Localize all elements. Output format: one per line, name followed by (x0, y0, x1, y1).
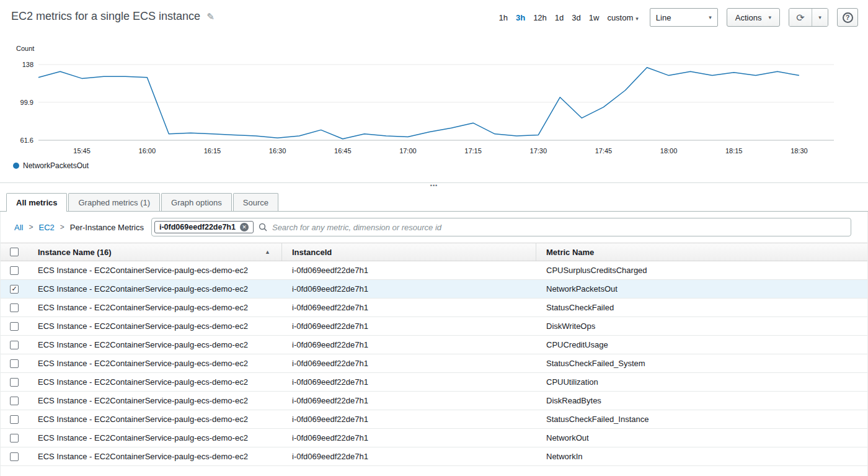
row-checkbox[interactable] (10, 341, 19, 349)
refresh-button[interactable]: ⟳ (789, 9, 812, 26)
table-row[interactable]: ECS Instance - EC2ContainerService-paulg… (1, 447, 867, 466)
chart-legend[interactable]: NetworkPacketsOut (13, 161, 89, 170)
column-header-metric-name[interactable]: Metric Name (536, 243, 867, 261)
table-row[interactable]: ECS Instance - EC2ContainerService-paulg… (1, 392, 867, 410)
row-checkbox[interactable] (10, 378, 19, 387)
row-checkbox[interactable] (10, 434, 19, 442)
search-input[interactable] (272, 223, 846, 232)
cell-instance-id: i-0fd069eedf22de7h1 (282, 340, 536, 349)
row-checkbox[interactable] (10, 397, 19, 405)
svg-text:17:30: 17:30 (530, 147, 547, 155)
table-row[interactable]: ECS Instance - EC2ContainerService-paulg… (1, 373, 867, 392)
metrics-table: Instance Name (16) ▲ InstanceId Metric N… (1, 243, 867, 475)
svg-text:138: 138 (22, 61, 33, 68)
cell-metric-name: DiskReadBytes (536, 396, 867, 405)
cell-metric-name: StatusCheckFailed (536, 303, 867, 312)
tab-graphed-metrics-1[interactable]: Graphed metrics (1) (68, 193, 160, 211)
row-checkbox[interactable] (10, 266, 19, 275)
cell-instance-name: ECS Instance - EC2ContainerService-paulg… (28, 321, 282, 331)
resize-handle-icon[interactable]: ••• (430, 183, 438, 188)
tab-source[interactable]: Source (233, 193, 278, 211)
row-checkbox[interactable] (10, 322, 19, 331)
help-button[interactable]: ? (837, 8, 858, 27)
table-row[interactable]: ECS Instance - EC2ContainerService-paulg… (1, 429, 867, 447)
svg-text:17:45: 17:45 (595, 147, 613, 155)
cell-instance-name: ECS Instance - EC2ContainerService-paulg… (28, 266, 282, 275)
page-title: EC2 metrics for a single ECS instance (11, 10, 200, 23)
table-row[interactable]: ECS Instance - EC2ContainerService-paulg… (1, 317, 867, 336)
cell-instance-id: i-0fd069eedf22de7h1 (282, 415, 536, 424)
time-range-1h[interactable]: 1h (498, 13, 507, 22)
cell-instance-id: i-0fd069eedf22de7h1 (282, 452, 536, 461)
chevron-down-icon: ▾ (709, 14, 712, 20)
time-range-1w[interactable]: 1w (589, 13, 600, 22)
row-checkbox-cell (1, 378, 28, 387)
metrics-line-chart[interactable]: 13899.961.615:4516:0016:1516:3016:4517:0… (0, 50, 868, 159)
metric-search-box[interactable]: i-0fd069eedf22de7h1 ✕ (151, 218, 851, 236)
table-row[interactable]: ECS Instance - EC2ContainerService-paulg… (1, 354, 867, 373)
row-checkbox-cell (1, 434, 28, 442)
filter-pill[interactable]: i-0fd069eedf22de7h1 ✕ (154, 221, 254, 233)
table-row[interactable]: ECS Instance - EC2ContainerService-paulg… (1, 261, 867, 280)
row-checkbox[interactable] (10, 359, 19, 368)
table-body: ECS Instance - EC2ContainerService-paulg… (1, 261, 867, 475)
select-all-checkbox[interactable] (10, 248, 19, 256)
breadcrumb-per-instance-metrics: Per-Instance Metrics (70, 223, 144, 232)
actions-button[interactable]: Actions ▾ (727, 8, 780, 27)
metrics-chart-section: Count 13899.961.615:4516:0016:1516:3016:… (0, 40, 868, 182)
svg-text:15:45: 15:45 (73, 147, 91, 155)
header-controls: 1h3h12h1d3d1wcustom▾ Line ▾ Actions ▾ ⟳ … (498, 8, 858, 27)
time-range-1d[interactable]: 1d (555, 13, 564, 22)
tab-graph-options[interactable]: Graph options (161, 193, 232, 211)
time-range-3h[interactable]: 3h (516, 13, 525, 22)
cell-metric-name: NetworkIn (536, 452, 867, 461)
cell-metric-name: CPUCreditUsage (536, 340, 867, 349)
row-checkbox[interactable]: ✓ (10, 285, 19, 294)
refresh-options-button[interactable]: ▾ (812, 9, 828, 26)
dashboard-header: EC2 metrics for a single ECS instance ✎ … (0, 0, 868, 40)
svg-text:17:00: 17:00 (399, 147, 417, 155)
svg-text:17:15: 17:15 (464, 147, 482, 155)
table-row[interactable]: ECS Instance - EC2ContainerService-paulg… (1, 410, 867, 429)
actions-label: Actions (735, 13, 762, 22)
cell-instance-name: ECS Instance - EC2ContainerService-paulg… (28, 340, 282, 349)
row-checkbox-cell (1, 303, 28, 312)
cell-instance-id: i-0fd069eedf22de7h1 (282, 284, 536, 294)
breadcrumb-ec2[interactable]: EC2 (38, 223, 54, 232)
browse-row: All>EC2>Per-Instance Metrics i-0fd069eed… (1, 212, 867, 243)
row-checkbox[interactable] (10, 303, 19, 312)
table-row[interactable]: ✓ECS Instance - EC2ContainerService-paul… (1, 280, 867, 299)
breadcrumb-separator: > (29, 223, 33, 231)
svg-text:18:15: 18:15 (725, 147, 743, 155)
remove-filter-icon[interactable]: ✕ (240, 223, 249, 231)
svg-text:18:30: 18:30 (790, 147, 808, 155)
column-header-instance-name[interactable]: Instance Name (16) ▲ (28, 243, 282, 261)
table-row[interactable]: ECS Instance - EC2ContainerService-paulg… (1, 299, 867, 317)
cell-metric-name: StatusCheckFailed_Instance (536, 415, 867, 424)
row-checkbox[interactable] (10, 415, 19, 424)
table-header: Instance Name (16) ▲ InstanceId Metric N… (1, 243, 867, 261)
chevron-down-icon: ▾ (818, 14, 822, 20)
edit-title-icon[interactable]: ✎ (206, 11, 215, 22)
cell-metric-name: CPUSurplusCreditsCharged (536, 266, 867, 275)
time-range-12h[interactable]: 12h (533, 13, 547, 22)
row-checkbox[interactable] (10, 452, 19, 461)
cell-metric-name: CPUUtilization (536, 377, 867, 387)
chart-type-select[interactable]: Line ▾ (650, 8, 718, 27)
metrics-browser-panel: All>EC2>Per-Instance Metrics i-0fd069eed… (0, 212, 868, 476)
sort-ascending-icon: ▲ (265, 249, 270, 255)
svg-text:16:00: 16:00 (139, 147, 156, 155)
time-range-custom[interactable]: custom▾ (607, 13, 638, 22)
tab-all-metrics[interactable]: All metrics (6, 193, 67, 211)
cell-instance-name: ECS Instance - EC2ContainerService-paulg… (28, 284, 282, 294)
table-row[interactable]: ECS Instance - EC2ContainerService-paulg… (1, 336, 867, 354)
legend-color-dot (13, 163, 19, 169)
time-range-3d[interactable]: 3d (572, 13, 580, 22)
panel-divider: ••• (0, 182, 868, 192)
cell-metric-name: NetworkOut (536, 433, 867, 442)
row-checkbox-cell: ✓ (1, 285, 28, 294)
cell-instance-id: i-0fd069eedf22de7h1 (282, 321, 536, 331)
column-header-instance-id[interactable]: InstanceId (282, 243, 536, 261)
breadcrumb-all[interactable]: All (14, 223, 23, 232)
row-checkbox-cell (1, 322, 28, 331)
